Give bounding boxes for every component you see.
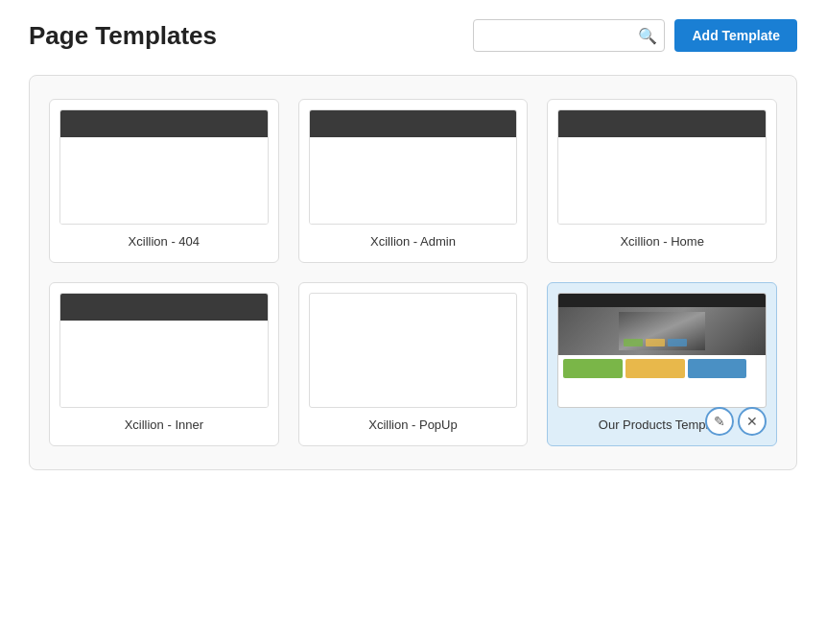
template-thumbnail <box>59 293 269 408</box>
template-card[interactable]: Xcillion - 404 <box>49 99 279 263</box>
template-card[interactable]: Our Products Template ✎ ✕ <box>547 282 777 446</box>
close-button[interactable]: ✕ <box>738 407 767 436</box>
search-wrapper: 🔍 <box>473 19 665 52</box>
page-title: Page Templates <box>29 21 217 51</box>
templates-container: Xcillion - 404 Xcillion - Admin Xcillion… <box>29 75 797 470</box>
search-icon: 🔍 <box>638 27 657 45</box>
template-card[interactable]: Xcillion - Inner <box>49 282 279 446</box>
thumb-bar <box>310 110 517 137</box>
svg-rect-4 <box>668 339 687 346</box>
template-card[interactable]: Xcillion - Admin <box>298 99 529 263</box>
close-icon: ✕ <box>746 414 758 429</box>
thumb-body <box>558 137 766 224</box>
tile-yellow <box>625 359 685 378</box>
thumb-bar <box>60 294 268 321</box>
edit-button[interactable]: ✎ <box>705 407 734 436</box>
template-name: Xcillion - Home <box>557 234 767 252</box>
template-thumbnail <box>59 109 269 225</box>
hero-image <box>558 307 766 355</box>
header-actions: 🔍 Add Template <box>473 19 797 52</box>
template-card[interactable]: Xcillion - Home <box>547 99 777 263</box>
svg-rect-2 <box>624 339 643 346</box>
tile-green <box>563 359 623 378</box>
selected-actions: ✎ ✕ <box>705 407 767 436</box>
template-thumbnail <box>309 293 518 408</box>
hero-svg <box>619 312 705 350</box>
template-thumbnail <box>557 109 767 225</box>
template-name: Xcillion - Inner <box>59 417 269 436</box>
template-name: Xcillion - Admin <box>309 234 518 252</box>
product-tiles <box>558 355 766 382</box>
template-name: Xcillion - PopUp <box>309 417 518 436</box>
thumb-body <box>60 321 268 407</box>
thumb-bar <box>558 110 766 137</box>
edit-icon: ✎ <box>714 414 725 429</box>
thumb-body <box>60 137 268 224</box>
template-name: Xcillion - 404 <box>59 234 269 252</box>
page-header: Page Templates 🔍 Add Template <box>29 19 797 52</box>
tile-blue <box>688 359 747 378</box>
top-bar <box>558 294 766 307</box>
add-template-button[interactable]: Add Template <box>674 19 797 52</box>
templates-grid: Xcillion - 404 Xcillion - Admin Xcillion… <box>49 99 777 446</box>
template-thumbnail <box>309 109 518 225</box>
template-card[interactable]: Xcillion - PopUp <box>298 282 529 446</box>
thumb-body <box>310 137 517 224</box>
search-button[interactable]: 🔍 <box>638 27 657 45</box>
svg-rect-3 <box>646 339 665 346</box>
thumb-bar <box>60 110 268 137</box>
search-input[interactable] <box>473 19 665 52</box>
template-thumbnail <box>557 293 767 408</box>
